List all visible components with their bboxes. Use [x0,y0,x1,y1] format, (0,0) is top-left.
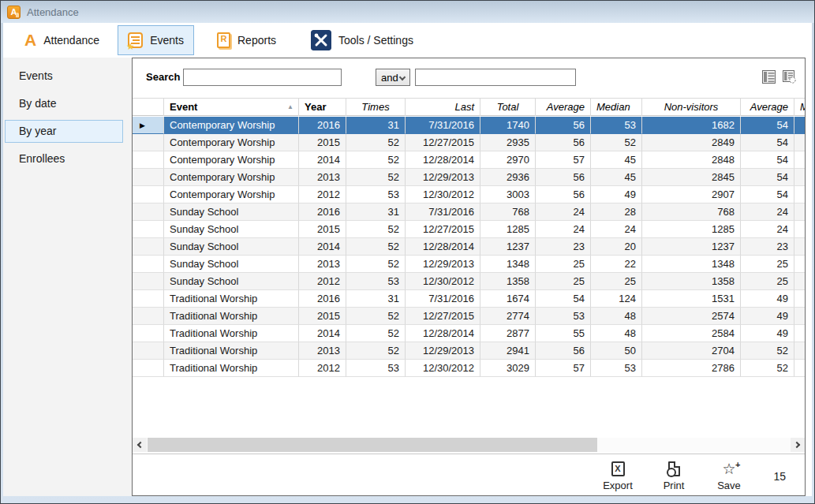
table-row[interactable]: Traditional Worship20155212/27/201527745… [133,308,806,325]
column-header-times[interactable]: Times [346,99,406,116]
sidebar-item-by-date[interactable]: By date [5,92,123,115]
column-header-label: Average [750,101,788,113]
cell-times: 31 [346,203,406,221]
scroll-right-button[interactable] [791,438,805,452]
cell-non-visitors: 2786 [642,360,741,377]
column-header-year[interactable]: Year [299,99,346,116]
events-calendar-icon: ★ [128,32,143,48]
tab-reports[interactable]: R Reports [207,25,286,55]
cell-total: 1674 [480,290,536,308]
grid-body: ▶Contemporary Worship2016317/31/20161740… [133,117,806,377]
cell-event: Traditional Worship [164,308,299,325]
cell-times: 52 [346,342,406,360]
table-row[interactable]: Sunday School20155212/27/201512852424128… [133,221,806,238]
cell-last: 12/27/2015 [406,308,480,325]
search-input-2[interactable] [415,69,576,86]
column-header-event[interactable]: Event▲ [164,99,299,116]
cell-average-2: 49 [741,308,794,325]
column-header-label: Total [497,101,519,113]
table-row[interactable]: Traditional Worship2016317/31/2016167454… [133,290,806,308]
cell-event: Contemporary Worship [164,169,299,186]
cell-total: 2935 [480,134,536,151]
cell-non-visitors: 2907 [642,186,741,203]
column-header-non-visitors[interactable]: Non-visitors [642,99,741,116]
sidebar-item-label: Enrollees [19,152,65,165]
cell-average-2: 23 [741,238,794,256]
grid-layout-icon[interactable] [762,70,776,84]
column-header-average[interactable]: Average [536,99,591,116]
sidebar-item-by-year[interactable]: By year [5,120,123,143]
table-row[interactable]: Contemporary Worship20155212/27/20152935… [133,134,806,151]
cell-average: 55 [536,325,591,342]
column-header-median[interactable]: Median [591,99,642,116]
cell-event: Sunday School [164,221,299,238]
cell-last: 7/31/2016 [406,117,480,134]
chevron-right-icon [794,442,800,448]
cell-median: 50 [591,342,642,360]
cell-average-2: 54 [741,169,794,186]
row-indicator [133,151,164,169]
column-header-average-2[interactable]: Average [741,99,794,116]
cell-median: 45 [591,169,642,186]
cell-average-2: 54 [741,186,794,203]
cell-me [794,151,806,169]
title-bar[interactable]: A Attendance [1,1,814,23]
cell-year: 2012 [299,273,346,290]
cell-average: 57 [536,360,591,377]
scroll-left-button[interactable] [133,438,147,452]
print-button[interactable]: Print [649,460,699,491]
column-header-label: Me [800,101,806,113]
cell-times: 52 [346,151,406,169]
tab-events[interactable]: ★ Events [118,25,194,55]
cell-event: Traditional Worship [164,360,299,377]
table-row[interactable]: Traditional Worship20125312/30/201230295… [133,360,806,377]
cell-non-visitors: 1682 [642,117,741,134]
sidebar-item-events[interactable]: Events [5,65,123,88]
reset-layout-icon[interactable] [783,70,796,84]
search-input-1[interactable] [183,69,342,86]
column-header-last[interactable]: Last [406,99,480,116]
table-row[interactable]: Sunday School20125312/30/201213582525135… [133,273,806,290]
row-indicator [133,134,164,151]
table-row[interactable]: Traditional Worship20135212/29/201329415… [133,342,806,360]
table-row[interactable]: Sunday School2016317/31/2016768242876824 [133,203,806,221]
column-header-label: Event [170,101,197,113]
tab-tools-settings[interactable]: Tools / Settings [301,25,424,55]
row-indicator [133,360,164,377]
table-row[interactable]: Traditional Worship20145212/28/201428775… [133,325,806,342]
cell-last: 12/29/2013 [406,169,480,186]
cell-event: Sunday School [164,273,299,290]
table-row[interactable]: Sunday School20145212/28/201412372320123… [133,238,806,256]
cell-average: 24 [536,221,591,238]
cell-non-visitors: 1531 [642,290,741,308]
cell-average: 56 [536,117,591,134]
table-row[interactable]: Contemporary Worship20135212/29/20132936… [133,169,806,186]
cell-event: Traditional Worship [164,290,299,308]
column-header-total[interactable]: Total [480,99,536,116]
column-header-indicator[interactable] [133,99,164,116]
sidebar-item-label: By date [19,97,56,110]
table-row[interactable]: Sunday School20135212/29/201313482522134… [133,256,806,273]
scrollbar-thumb[interactable] [148,438,597,452]
column-header-me[interactable]: Me [794,99,806,116]
search-operator-select[interactable]: and [376,69,410,86]
row-indicator [133,290,164,308]
column-header-label: Median [596,101,630,113]
table-row[interactable]: Contemporary Worship20125312/30/20123003… [133,186,806,203]
tab-label: Attendance [43,34,99,47]
table-row[interactable]: ▶Contemporary Worship2016317/31/20161740… [133,117,806,134]
table-row[interactable]: Contemporary Worship20145212/28/20142970… [133,151,806,169]
cell-median: 49 [591,186,642,203]
cell-median: 25 [591,273,642,290]
save-button[interactable]: ☆+ Save [704,460,754,491]
horizontal-scrollbar[interactable] [133,438,805,452]
export-label: Export [593,480,643,491]
export-button[interactable]: X Export [593,460,643,491]
cell-median: 52 [591,134,642,151]
cell-event: Traditional Worship [164,342,299,360]
app-window: A Attendance A Attendance ★ Events R Rep… [0,0,815,504]
sidebar-item-enrollees[interactable]: Enrollees [5,147,123,170]
tab-attendance[interactable]: A Attendance [9,25,110,55]
cell-median: 48 [591,325,642,342]
cell-average: 25 [536,256,591,273]
